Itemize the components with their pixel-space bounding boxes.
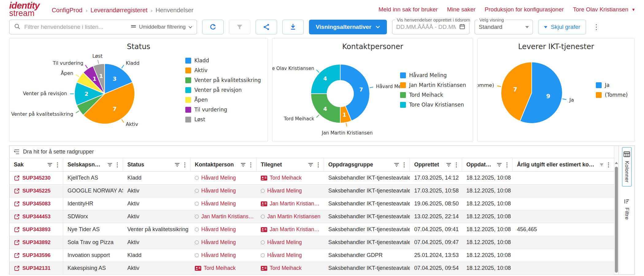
column-header-5[interactable]: Tilegnet⋮ [256,158,324,171]
header-link[interactable]: Produksjon for konfigurasjoner [485,6,564,13]
assigned-link[interactable]: Tord Meihack [270,265,302,271]
contacts-donut-chart[interactable]: 7Håvard Meling1Jan Martin Kristiansen4To… [272,41,400,139]
legend-item[interactable]: Ja [596,82,628,88]
view-options-button[interactable]: Visningsalternativer [309,20,387,34]
download-button[interactable] [282,20,304,34]
legend-item[interactable]: Løst [185,116,261,122]
case-link[interactable]: SUP345230 [22,175,51,181]
header-link[interactable]: Meld inn sak for bruker [379,6,438,13]
side-panel-tab-kolonner[interactable]: Kolonner [622,147,632,187]
table-row[interactable]: SUP343893Nye Tider ASVenter på kvalitets… [10,223,614,236]
case-link[interactable]: SUP343893 [22,227,51,233]
contact-circle-icon [195,189,199,193]
contact-link[interactable]: Håvard Meling [201,175,236,181]
contact-link[interactable]: Håvard Meling [201,188,236,194]
column-menu-icon[interactable]: ⋮ [453,162,459,168]
hide-charts-button[interactable]: Skjul grafer [538,20,586,34]
contact-link[interactable]: Tord Meihack [204,265,236,271]
legend-item[interactable]: Håvard Meling [400,72,466,78]
column-header-8[interactable]: Oppdatert⋮ [462,158,513,171]
brand-logo[interactable]: identity stream [9,2,40,17]
column-menu-icon[interactable]: ⋮ [606,162,611,168]
share-button[interactable] [256,20,277,34]
user-menu[interactable]: Tore Olav Kristiansen [573,6,629,13]
contact-link[interactable]: Håvard Meling [201,239,236,246]
legend-item[interactable]: Åpen [185,97,261,103]
toolbar-kebab-menu[interactable]: ⋮ [591,23,601,31]
table-row[interactable]: SUP345230KjellTech ASKladdHåvard MelingT… [10,172,614,185]
scrollbar-thumb[interactable] [615,167,618,273]
case-link[interactable]: SUP345083 [22,201,51,207]
assigned-link[interactable]: Håvard Meling [267,188,302,194]
breadcrumb-item-configprod[interactable]: ConfigProd [52,7,83,14]
column-menu-icon[interactable]: ⋮ [55,162,60,168]
case-link[interactable]: SUP343892 [22,239,51,246]
column-menu-icon[interactable]: ⋮ [315,162,321,168]
status-value: Kladd [127,175,141,181]
legend-item[interactable]: Jan Martin Kristiansen [400,82,466,88]
calendar-icon[interactable] [459,23,465,31]
assigned-link[interactable]: Tord Meihack [270,175,302,181]
table-row[interactable]: SUP343892Sola Trav og PizzaAktivHåvard M… [10,236,614,249]
instant-filter-dropdown[interactable]: Umiddelbar filtrering [131,24,192,30]
column-menu-icon[interactable]: ⋮ [182,162,188,168]
case-link[interactable]: SUP344453 [22,214,51,220]
column-menu-icon[interactable]: ⋮ [248,162,254,168]
case-link[interactable]: SUP343596 [22,252,51,259]
filter-funnel-icon [236,23,243,31]
column-menu-icon[interactable]: ⋮ [401,162,407,168]
column-header-4[interactable]: Kontaktperson⋮ [191,158,256,171]
contact-link[interactable]: Håvard Meling [201,252,236,259]
ikt-pie-chart[interactable]: 9Ja7(Tomme) [478,41,584,139]
scroll-up-icon[interactable] [615,162,618,164]
breadcrumb-item-leverandorregisteret[interactable]: Leverandørregisteret [91,7,148,14]
case-link[interactable]: SUP345225 [22,188,51,194]
contact-link[interactable]: Jan Martin Kristiansen [201,213,254,220]
search-input[interactable] [24,24,127,30]
legend-item[interactable]: (Tomme) [596,92,628,98]
vertical-scrollbar[interactable] [614,146,619,274]
legend-item[interactable]: Venter på revisjon [185,87,261,93]
table-row[interactable]: SUP345083IdentityHRAktivHåvard MelingJan… [10,197,614,210]
column-header-1[interactable]: Sak⋮ [10,158,63,171]
caret-down-icon [544,26,547,28]
table-row[interactable]: SUP344453SDWorxAktivJan Martin Kristians… [10,210,614,223]
legend-item[interactable]: Tord Meihack [400,92,466,98]
date-range-input[interactable] [396,24,456,30]
cost-cell [513,210,614,223]
column-menu-icon[interactable]: ⋮ [504,162,510,168]
table-row[interactable]: SUP345225GOOGLE NORWAY ASAktivHåvard Mel… [10,185,614,197]
legend-item[interactable]: Aktiv [185,67,261,73]
column-header-9[interactable]: Årlig utgift eller estimert kostnad for … [513,158,614,171]
table-row[interactable]: SUP343596Invoation supportKladdHåvard Me… [10,249,614,262]
assigned-link[interactable]: Jan Martin Kristiansen [270,226,322,233]
assigned-link[interactable]: Håvard Meling [267,252,302,259]
case-cell: SUP344453 [10,210,63,223]
column-header-2[interactable]: Selskapsnavn⋮ [63,158,123,171]
side-panel-tab-filtre[interactable]: Filtre [622,195,631,224]
table-row[interactable]: SUP342131Kakespising ASAktivTord Meihack… [10,262,614,275]
legend-item[interactable]: Til vurdering [185,107,261,113]
column-header-7[interactable]: Opprettet⋮ [410,158,462,171]
contacts-chart-card: Kontaktpersoner 7Håvard Meling1Jan Marti… [272,38,473,142]
refresh-button[interactable] [202,20,224,34]
view-select[interactable]: Velg visning Standard [475,20,533,34]
updated-value: 18.12.2025, 10:08 [466,188,511,194]
column-menu-icon[interactable]: ⋮ [114,162,120,168]
legend-item[interactable]: Kladd [185,57,261,64]
column-header-6[interactable]: Oppdragsgruppe⋮ [324,158,410,171]
case-link[interactable]: SUP342131 [22,265,51,271]
legend-item[interactable]: Tore Olav Kristiansen [400,102,466,108]
column-header-3[interactable]: Status⋮ [123,158,191,171]
assigned-link[interactable]: Jan Martin Kristiansen [267,213,320,220]
legend-label: Tore Olav Kristiansen [409,102,464,108]
assigned-link[interactable]: Jan Martin Kristiansen [270,200,322,207]
legend-item[interactable]: Venter på kvalitetssikring [185,77,261,83]
assigned-link[interactable]: Håvard Meling [267,239,302,246]
grid-area: Dra hit for å sette radgrupper Sak⋮Selsk… [10,146,614,274]
contact-link[interactable]: Håvard Meling [201,226,236,233]
header-link[interactable]: Mine saker [447,6,476,13]
contact-link[interactable]: Håvard Meling [201,200,236,207]
status-pie-chart[interactable]: 3Kladd7AktivVenter på kvalitetssikring2V… [10,41,185,139]
row-group-dropzone[interactable]: Dra hit for å sette radgrupper [10,146,614,158]
